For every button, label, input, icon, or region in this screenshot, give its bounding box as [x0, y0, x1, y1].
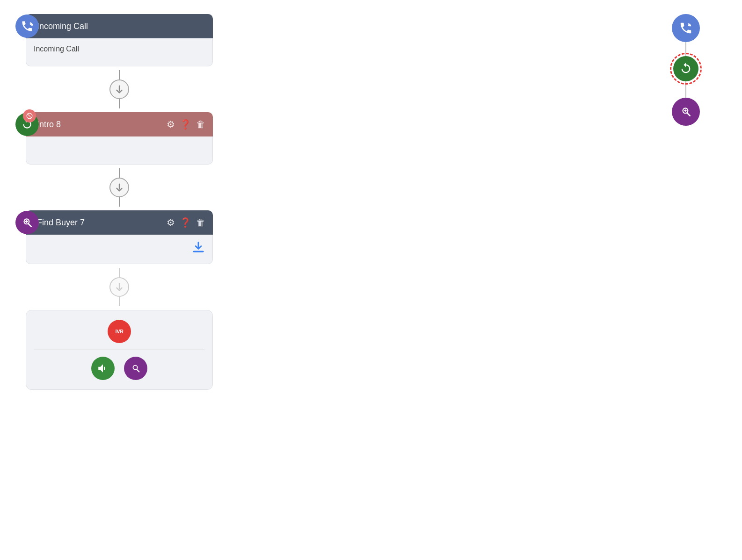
incoming-call-body-text: Incoming Call [34, 45, 79, 53]
svg-line-7 [137, 370, 139, 372]
intro-8-help-icon[interactable]: ❓ [180, 119, 191, 130]
arrow-circle-3[interactable] [109, 277, 129, 297]
find-buyer-7-header: Find Buyer 7 ⚙ ❓ 🗑 [26, 210, 213, 235]
intro-8-body [26, 136, 213, 165]
find-buyer-bottom-icon-circle[interactable] [124, 357, 147, 380]
find-buyer-7-body [26, 235, 213, 264]
intro-8-delete-icon[interactable]: 🗑 [196, 119, 205, 130]
find-buyer-7-node: Find Buyer 7 ⚙ ❓ 🗑 [26, 210, 213, 264]
bottom-card: IVR [26, 310, 213, 390]
incoming-call-icon[interactable] [15, 14, 39, 38]
svg-line-3 [29, 224, 31, 226]
mini-refresh-wrapper [673, 56, 698, 81]
mini-phone-circle[interactable] [672, 14, 700, 42]
arrow-line-2 [119, 168, 120, 178]
find-buyer-7-gear-icon[interactable]: ⚙ [167, 217, 175, 228]
incoming-call-header: Incoming Call [26, 14, 213, 38]
bottom-card-divider [34, 350, 205, 350]
incoming-call-title: Incoming Call [37, 22, 88, 31]
incoming-call-node: Incoming Call Incoming Call [26, 14, 213, 66]
intro-8-gear-icon[interactable]: ⚙ [167, 119, 175, 130]
arrow-connector-1 [109, 66, 129, 112]
bottom-card-top: IVR [108, 320, 131, 343]
arrow-circle-2[interactable] [109, 178, 129, 197]
mini-refresh-dashed-ring [670, 53, 702, 85]
arrow-line-1b [119, 99, 120, 108]
mini-flow [672, 14, 700, 126]
intro-8-title: Intro 8 [37, 120, 61, 129]
intro-8-actions: ⚙ ❓ 🗑 [167, 119, 205, 130]
find-buyer-7-title: Find Buyer 7 [37, 218, 85, 228]
find-buyer-7-download-icon[interactable] [192, 241, 205, 257]
arrow-line-2b [119, 197, 120, 207]
find-buyer-7-icon[interactable] [15, 211, 39, 234]
sound-icon-circle[interactable] [91, 357, 115, 380]
arrow-line-3 [119, 268, 120, 277]
svg-point-6 [133, 366, 138, 370]
find-buyer-7-help-icon[interactable]: ❓ [180, 217, 191, 228]
arrow-circle-1[interactable] [109, 79, 129, 99]
svg-point-4 [25, 220, 28, 223]
bottom-card-bottom [91, 357, 147, 380]
arrow-line-1 [119, 70, 120, 79]
ivr-label: IVR [116, 329, 124, 334]
cancel-badge[interactable] [23, 109, 36, 122]
arrow-line-3b [119, 297, 120, 306]
intro-8-header: Intro 8 ⚙ ❓ 🗑 [26, 112, 213, 136]
intro-8-node: Intro 8 ⚙ ❓ 🗑 [26, 112, 213, 165]
arrow-connector-2 [109, 165, 129, 210]
arrow-connector-3 [109, 264, 129, 310]
find-buyer-7-delete-icon[interactable]: 🗑 [196, 217, 205, 228]
incoming-call-body: Incoming Call [26, 38, 213, 66]
svg-line-9 [687, 113, 690, 115]
find-buyer-7-actions: ⚙ ❓ 🗑 [167, 217, 205, 228]
svg-line-1 [27, 114, 31, 118]
mini-find-buyer-circle[interactable] [672, 98, 700, 126]
ivr-icon-circle[interactable]: IVR [108, 320, 131, 343]
